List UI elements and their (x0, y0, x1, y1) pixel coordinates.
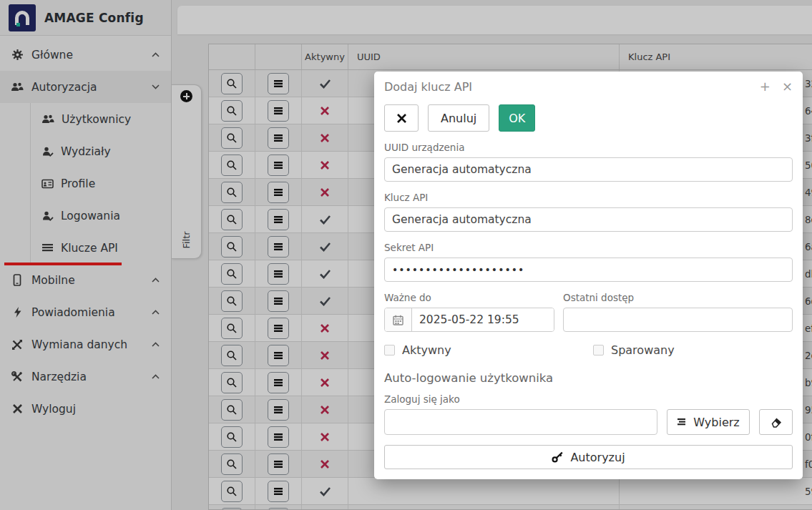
eraser-icon (771, 416, 782, 428)
sekret-api-field-label: Sekret API (384, 242, 793, 253)
list-select-icon (677, 418, 687, 427)
cancel-button[interactable]: Anuluj (428, 104, 489, 132)
aktywny-checkbox[interactable] (384, 345, 395, 355)
clear-button[interactable] (759, 409, 793, 435)
x-icon (396, 113, 407, 124)
wazne-do-field (384, 308, 554, 332)
wazne-do-input[interactable] (412, 308, 554, 331)
autoryzuj-button[interactable]: Autoryzuj (384, 445, 793, 469)
calendar-icon[interactable] (385, 308, 412, 331)
sekret-api-input[interactable] (384, 258, 793, 282)
sparowany-checkbox-label: Sparowany (611, 343, 675, 357)
sparowany-checkbox[interactable] (593, 345, 604, 355)
close-icon[interactable]: × (782, 80, 793, 93)
klucz-api-field-label: Klucz API (384, 192, 793, 203)
ostatni-dostep-input[interactable] (563, 308, 793, 332)
ok-button[interactable]: OK (499, 104, 535, 132)
auto-login-section-heading: Auto-logowanie użytkownika (384, 371, 793, 385)
zaloguj-sie-jako-label: Zaloguj się jako (384, 393, 793, 405)
ostatni-dostep-label: Ostatni dostęp (563, 292, 793, 303)
dialog-title: Dodaj klucz API (384, 80, 472, 94)
uuid-field-label: UUID urządzenia (384, 142, 793, 153)
add-api-key-dialog: Dodaj klucz API + × Anuluj OK UUID urząd… (374, 72, 803, 479)
dismiss-button[interactable] (384, 104, 419, 132)
wybierz-button[interactable]: Wybierz (667, 409, 750, 435)
uuid-input[interactable] (384, 157, 793, 182)
zaloguj-sie-jako-input[interactable] (384, 409, 657, 435)
wazne-do-label: Ważne do (384, 292, 554, 303)
klucz-api-input[interactable] (384, 207, 793, 232)
aktywny-checkbox-label: Aktywny (402, 343, 451, 357)
expand-plus-icon[interactable]: + (760, 80, 771, 93)
key-icon (552, 451, 564, 463)
